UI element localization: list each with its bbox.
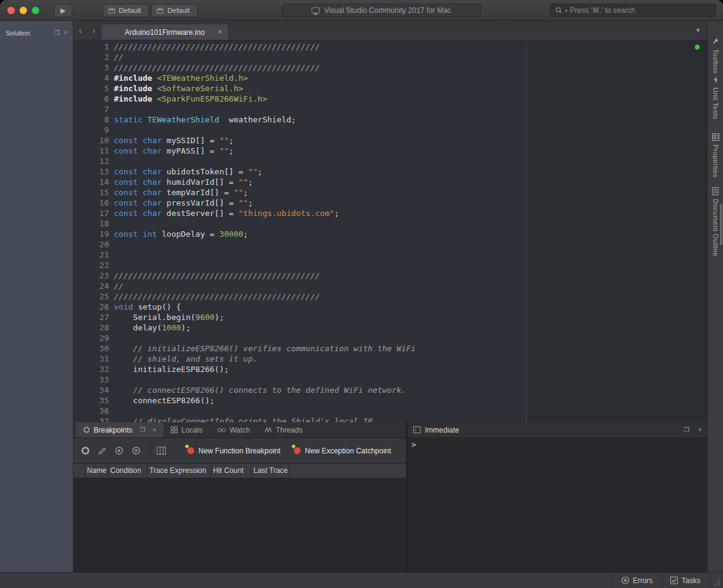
code-line[interactable]: 24// [73, 281, 707, 291]
code-line[interactable]: 30 // initializeESP8266() verifies commu… [73, 343, 707, 354]
navigate-back-button[interactable]: ‹ [79, 26, 82, 35]
line-number[interactable]: 22 [73, 260, 109, 270]
code-line[interactable]: 4#include <TEWeatherShield.h> [73, 73, 707, 83]
line-number[interactable]: 23 [73, 270, 109, 281]
run-button[interactable]: ▶ [54, 4, 72, 17]
line-number[interactable]: 31 [73, 354, 109, 364]
dock-pad-icon[interactable]: ❒ [54, 30, 59, 36]
code-line[interactable]: 19const int loopDelay = 30000; [73, 229, 707, 239]
new-function-breakpoint-button[interactable]: New Function Breakpoint [187, 447, 280, 455]
dock-pad-icon[interactable]: ❒ [140, 427, 145, 433]
code-line[interactable]: 32 initializeESP8266(); [73, 364, 707, 374]
minimize-window-button[interactable] [20, 7, 27, 14]
line-number[interactable]: 29 [73, 333, 109, 343]
tasks-button[interactable]: Tasks [661, 573, 709, 588]
tab-breakpoints[interactable]: Breakpoints ❒ × [76, 422, 163, 437]
tab-threads[interactable]: Threads [257, 422, 310, 437]
line-number[interactable]: 3 [73, 62, 109, 73]
zoom-window-button[interactable] [32, 7, 39, 14]
code-line[interactable]: 2// [73, 52, 707, 62]
line-number[interactable]: 26 [73, 302, 109, 312]
line-number[interactable]: 8 [73, 114, 109, 125]
code-line[interactable]: 33 [73, 374, 707, 385]
line-number[interactable]: 1 [73, 42, 109, 52]
column-header-hit-count[interactable]: Hit Count [213, 466, 244, 475]
line-number[interactable]: 13 [73, 166, 109, 177]
solution-configuration-dropdown[interactable]: Default [103, 4, 149, 17]
code-line[interactable]: 26void setup() { [73, 302, 707, 312]
code-line[interactable]: 16const char pressVarId[] = ""; [73, 198, 707, 208]
breakpoints-list[interactable] [73, 478, 406, 572]
column-header-trace-expression[interactable]: Trace Expression [149, 466, 206, 475]
line-number[interactable]: 24 [73, 281, 109, 291]
line-number[interactable]: 20 [73, 239, 109, 250]
code-line[interactable]: 23//////////////////////////////////////… [73, 270, 707, 281]
resize-grip[interactable] [709, 573, 723, 588]
global-search[interactable]: ▾ [550, 4, 716, 17]
tab-watch[interactable]: Watch [210, 422, 258, 437]
close-tab-icon[interactable]: × [218, 28, 222, 36]
strip-scrollbar-thumb[interactable] [720, 204, 722, 245]
close-pad-icon[interactable]: × [698, 427, 702, 433]
column-header-name[interactable]: Name [87, 466, 107, 475]
navigate-forward-button[interactable]: › [92, 26, 96, 35]
line-number[interactable]: 34 [73, 385, 109, 395]
code-line[interactable]: 1///////////////////////////////////////… [73, 42, 707, 52]
line-number[interactable]: 30 [73, 343, 109, 354]
line-number[interactable]: 35 [73, 395, 109, 406]
code-line[interactable]: 12 [73, 156, 707, 166]
line-number[interactable]: 32 [73, 364, 109, 374]
line-number[interactable]: 12 [73, 156, 109, 166]
line-number[interactable]: 9 [73, 125, 109, 135]
code-line[interactable]: 13const char ubidotsToken[] = ""; [73, 166, 707, 177]
close-window-button[interactable] [7, 7, 15, 14]
code-line[interactable]: 5#include <SoftwareSerial.h> [73, 83, 707, 94]
line-number[interactable]: 2 [73, 52, 109, 62]
code-line[interactable]: 27 Serial.begin(9600); [73, 312, 707, 322]
line-number[interactable]: 7 [73, 104, 109, 114]
close-pad-icon[interactable]: × [64, 30, 67, 36]
code-line[interactable]: 11const char myPASS[] = ""; [73, 146, 707, 156]
line-number[interactable]: 33 [73, 374, 109, 385]
line-number[interactable]: 4 [73, 73, 109, 83]
code-line[interactable]: 35 connectESP8266(); [73, 395, 707, 406]
line-number[interactable]: 6 [73, 94, 109, 104]
line-number[interactable]: 21 [73, 250, 109, 260]
search-input[interactable] [570, 6, 711, 15]
code-line[interactable]: 6#include <SparkFunESP8266WiFi.h> [73, 94, 707, 104]
dock-pad-icon[interactable]: ❒ [684, 427, 689, 433]
edit-breakpoint-button[interactable] [98, 447, 107, 455]
line-number[interactable]: 11 [73, 146, 109, 156]
code-line[interactable]: 22 [73, 260, 707, 270]
close-pad-icon[interactable]: × [152, 427, 156, 433]
immediate-console[interactable]: > [408, 438, 707, 451]
code-line[interactable]: 3///////////////////////////////////////… [73, 62, 707, 73]
code-line[interactable]: 14const char humidVarId[] = ""; [73, 177, 707, 187]
code-line[interactable]: 20 [73, 239, 707, 250]
line-number[interactable]: 10 [73, 135, 109, 146]
line-number[interactable]: 14 [73, 177, 109, 187]
code-line[interactable]: 9 [73, 125, 707, 135]
code-line[interactable]: 25//////////////////////////////////////… [73, 291, 707, 302]
enable-breakpoint-button[interactable] [114, 446, 124, 455]
pad-tab-properties[interactable]: Properties [708, 133, 723, 177]
run-configuration-dropdown[interactable]: Default [151, 4, 197, 17]
line-number[interactable]: 16 [73, 198, 109, 208]
remove-breakpoint-button[interactable] [132, 446, 141, 455]
code-editor[interactable]: 1///////////////////////////////////////… [73, 40, 707, 422]
code-line[interactable]: 36 [73, 406, 707, 416]
line-number[interactable]: 18 [73, 218, 109, 229]
code-line[interactable]: 28 delay(1000); [73, 322, 707, 333]
pad-tab-unit-tests[interactable]: Unit Tests [708, 76, 723, 119]
code-line[interactable]: 29 [73, 333, 707, 343]
code-line[interactable]: 37 // displayConnectInfo prints the Shie… [73, 416, 707, 422]
pad-tab-toolbox[interactable]: Toolbox [708, 38, 723, 74]
code-line[interactable]: 8static TEWeatherShield weatherShield; [73, 114, 707, 125]
errors-button[interactable]: Errors [612, 573, 662, 588]
code-line[interactable]: 15const char tempVarId[] = ""; [73, 187, 707, 198]
column-header-condition[interactable]: Condition [110, 466, 141, 475]
toggle-breakpoint-button[interactable] [81, 446, 90, 455]
code-line[interactable]: 34 // connectESP8266() connects to the d… [73, 385, 707, 395]
columns-options-button[interactable] [157, 447, 166, 455]
tab-locals[interactable]: Locals [163, 422, 210, 437]
